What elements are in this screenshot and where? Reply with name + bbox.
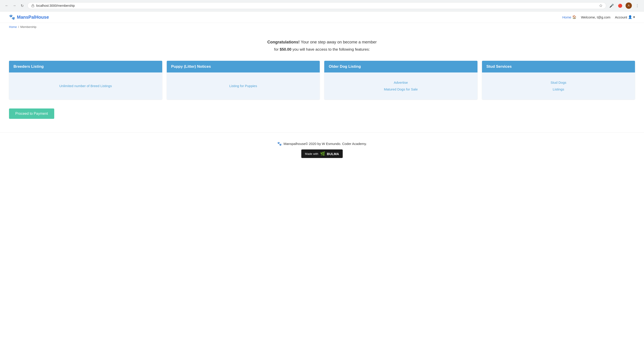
address-bar[interactable]: localhost:3000/membership [28, 2, 606, 9]
breadcrumb-separator: / [18, 25, 19, 28]
main-content: Congratulations! Your one step away on b… [0, 31, 644, 132]
breadcrumb-home[interactable]: Home [9, 25, 17, 28]
brand-paw-icon: 🐾 [9, 14, 15, 20]
breadcrumb-section: Home / Membership [0, 23, 644, 31]
url-text: localhost:3000/membership [36, 4, 598, 8]
lock-icon [31, 4, 34, 7]
breeders-listing-body: Unlimited number of Breed Listings [9, 72, 162, 100]
price-value: $50.00 [280, 47, 292, 52]
forward-button[interactable]: → [11, 2, 18, 9]
congrats-section: Congratulations! Your one step away on b… [9, 40, 635, 52]
puppy-notices-body: Listing for Puppies [167, 72, 320, 100]
browser-actions: 🎤 🔴 A ⋮ [608, 2, 640, 9]
svg-rect-0 [32, 6, 34, 7]
navbar-end: Home 🏠 Welcome, t@g.com Account 👤 ▾ [562, 15, 635, 19]
puppy-notices-header: Puppy (Litter) Notices [167, 61, 320, 72]
chevron-down-icon: ▾ [633, 15, 635, 19]
made-with-label: Made with [305, 152, 318, 156]
breadcrumb-current: Membership [20, 25, 36, 28]
older-dog-feature-2: Matured Dogs for Sale [384, 87, 418, 92]
proceed-to-payment-button[interactable]: Proceed to Payment [9, 108, 54, 119]
congrats-text: Congratulations! Your one step away on b… [9, 40, 635, 44]
breeders-listing-feature: Unlimited number of Breed Listings [60, 84, 112, 89]
older-dog-listing-card: Older Dog Listing Advertise Matured Dogs… [324, 61, 478, 100]
navbar: 🐾 MansPalHouse Home 🏠 Welcome, t@g.com A… [0, 12, 644, 23]
menu-button[interactable]: ⋮ [634, 2, 640, 9]
account-label: Account [615, 15, 627, 19]
older-dog-feature-1: Advertise [394, 80, 408, 85]
price-suffix: you will have access to the following fe… [292, 47, 370, 52]
stud-services-feature-2: Listings [553, 87, 564, 92]
breadcrumb: Home / Membership [9, 25, 635, 28]
footer-text: 🐾 Manspalhouse© 2020 by W Esmundo. Coder… [4, 142, 640, 146]
stud-services-body: Stud Dogs Listings [482, 72, 635, 100]
price-prefix: for [274, 47, 280, 52]
account-icon: 👤 [628, 15, 632, 19]
stud-services-card: Stud Services Stud Dogs Listings [482, 61, 635, 100]
bulma-badge: Made with 🌿 BULMA [301, 150, 342, 158]
brand-name: MansPalHouse [17, 15, 49, 20]
page: 🐾 MansPalHouse Home 🏠 Welcome, t@g.com A… [0, 12, 644, 352]
congrats-bold: Congratulations! [267, 40, 300, 44]
older-dog-listing-body: Advertise Matured Dogs for Sale [324, 72, 478, 100]
bulma-leaf-icon: 🌿 [320, 151, 325, 156]
home-icon: 🏠 [572, 15, 576, 19]
footer-paw-icon: 🐾 [277, 142, 282, 146]
star-icon [599, 4, 602, 7]
bulma-name: BULMA [327, 152, 339, 156]
welcome-text: Welcome, t@g.com [581, 15, 610, 19]
older-dog-listing-title: Older Dog Listing [329, 64, 361, 69]
stud-services-header: Stud Services [482, 61, 635, 72]
home-link[interactable]: Home 🏠 [562, 15, 576, 19]
footer: 🐾 Manspalhouse© 2020 by W Esmundo. Coder… [0, 132, 644, 167]
puppy-notices-card: Puppy (Litter) Notices Listing for Puppi… [167, 61, 320, 100]
home-label: Home [562, 15, 571, 19]
price-text: for $50.00 you will have access to the f… [9, 47, 635, 52]
mic-button[interactable]: 🎤 [608, 2, 615, 9]
stud-services-title: Stud Services [486, 64, 512, 69]
back-button[interactable]: ← [4, 2, 10, 9]
refresh-button[interactable]: ↻ [19, 2, 25, 9]
brand-link[interactable]: 🐾 MansPalHouse [9, 14, 49, 20]
browser-chrome: ← → ↻ localhost:3000/membership 🎤 🔴 A ⋮ [0, 0, 644, 12]
browser-nav-buttons: ← → ↻ [4, 2, 25, 9]
stud-services-feature-1: Stud Dogs [550, 80, 566, 85]
breeders-listing-title: Breeders Listing [14, 64, 44, 69]
extension-button[interactable]: 🔴 [617, 2, 623, 9]
profile-avatar[interactable]: A [626, 2, 632, 9]
puppy-notices-feature: Listing for Puppies [229, 84, 257, 89]
footer-copyright: Manspalhouse© 2020 by W Esmundo. Coder A… [284, 142, 367, 146]
account-dropdown[interactable]: Account 👤 ▾ [615, 15, 635, 19]
svg-marker-1 [600, 4, 602, 7]
cards-grid: Breeders Listing Unlimited number of Bre… [9, 61, 635, 100]
breeders-listing-header: Breeders Listing [9, 61, 162, 72]
congrats-rest: Your one step away on become a member [301, 40, 377, 44]
older-dog-listing-header: Older Dog Listing [324, 61, 478, 72]
breeders-listing-card: Breeders Listing Unlimited number of Bre… [9, 61, 162, 100]
puppy-notices-title: Puppy (Litter) Notices [171, 64, 211, 69]
